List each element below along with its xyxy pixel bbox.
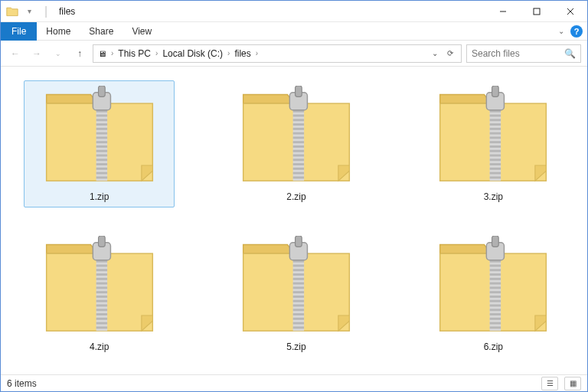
titlebar: ▾ | files xyxy=(1,1,587,22)
folder-icon xyxy=(5,5,19,18)
zip-folder-icon xyxy=(42,86,157,185)
chevron-right-icon: › xyxy=(227,49,230,57)
ribbon-collapse-icon[interactable]: ⌄ xyxy=(558,27,564,35)
help-icon[interactable]: ? xyxy=(570,25,583,38)
close-button[interactable] xyxy=(554,1,587,22)
explorer-window: ▾ | files File Home Share View ⌄ ? ← → ⌄… xyxy=(0,0,588,392)
ribbon: File Home Share View ⌄ ? xyxy=(1,22,587,41)
items-pane[interactable]: 1.zip2.zip3.zip4.zip5.zip6.zip xyxy=(5,67,587,374)
file-label: 1.zip xyxy=(90,191,109,202)
recent-locations-icon[interactable]: ⌄ xyxy=(50,45,67,62)
file-grid: 1.zip2.zip3.zip4.zip5.zip6.zip xyxy=(24,80,569,358)
chevron-right-icon: › xyxy=(111,49,113,57)
status-bar: 6 items ☰ ▦ xyxy=(1,374,587,391)
file-item[interactable]: 6.zip xyxy=(418,230,569,358)
chevron-right-icon: › xyxy=(256,49,258,57)
details-view-button[interactable]: ☰ xyxy=(541,377,558,390)
search-icon: 🔍 xyxy=(564,48,576,59)
zip-folder-icon xyxy=(239,236,354,335)
file-label: 4.zip xyxy=(90,341,109,352)
file-item[interactable]: 4.zip xyxy=(24,230,175,358)
file-label: 2.zip xyxy=(286,191,305,202)
pc-icon: 🖥 xyxy=(98,49,106,58)
breadcrumb-root[interactable]: This PC xyxy=(118,48,151,59)
search-input[interactable] xyxy=(472,48,564,59)
navbar: ← → ⌄ ↑ 🖥 › This PC › Local Disk (C:) › … xyxy=(1,41,587,67)
file-label: 5.zip xyxy=(286,341,305,352)
chevron-right-icon: › xyxy=(155,49,158,57)
zip-folder-icon xyxy=(436,86,550,185)
address-dropdown-icon[interactable]: ⌄ xyxy=(429,49,441,57)
file-item[interactable]: 3.zip xyxy=(418,80,569,207)
forward-button[interactable]: → xyxy=(28,45,45,62)
file-label: 3.zip xyxy=(484,191,503,202)
tab-home[interactable]: Home xyxy=(37,22,80,41)
qat-separator-icon: ▾ xyxy=(22,5,36,18)
file-item[interactable]: 5.zip xyxy=(220,230,371,358)
up-button[interactable]: ↑ xyxy=(71,45,88,62)
maximize-button[interactable] xyxy=(520,1,554,22)
tab-view[interactable]: View xyxy=(122,22,161,41)
address-bar[interactable]: 🖥 › This PC › Local Disk (C:) › files › … xyxy=(93,44,462,63)
window-controls xyxy=(486,1,587,22)
tab-file[interactable]: File xyxy=(1,22,37,41)
qat-divider-icon: | xyxy=(39,5,53,18)
svg-rect-25 xyxy=(534,8,540,15)
back-button[interactable]: ← xyxy=(7,45,24,62)
refresh-icon[interactable]: ⟳ xyxy=(444,49,456,57)
breadcrumb-drive[interactable]: Local Disk (C:) xyxy=(162,48,223,59)
content-area: 1.zip2.zip3.zip4.zip5.zip6.zip xyxy=(1,67,587,374)
window-title: files xyxy=(59,6,75,17)
icons-view-button[interactable]: ▦ xyxy=(564,377,581,390)
breadcrumb-folder[interactable]: files xyxy=(234,48,250,59)
zip-folder-icon xyxy=(239,86,354,185)
minimize-button[interactable] xyxy=(486,1,520,22)
zip-folder-icon xyxy=(42,236,157,335)
file-label: 6.zip xyxy=(484,341,503,352)
zip-folder-icon xyxy=(436,236,550,335)
status-count: 6 items xyxy=(7,378,37,389)
search-box[interactable]: 🔍 xyxy=(466,44,581,63)
file-item[interactable]: 2.zip xyxy=(220,80,371,207)
tab-share[interactable]: Share xyxy=(80,22,122,41)
file-item[interactable]: 1.zip xyxy=(24,80,175,207)
